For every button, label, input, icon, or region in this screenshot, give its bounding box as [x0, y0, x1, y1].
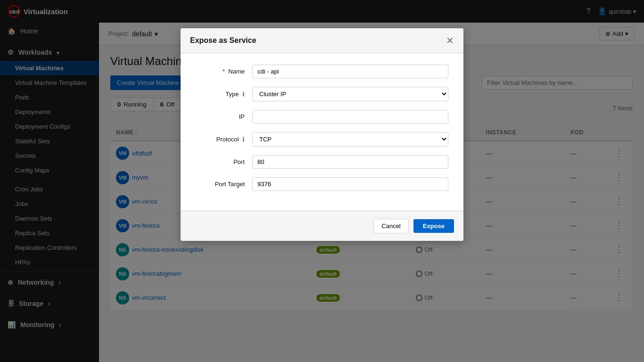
ip-input[interactable] — [252, 110, 448, 123]
form-group-type: Type ℹ Cluster IP NodePort LoadBalancer — [196, 87, 448, 101]
cancel-button[interactable]: Cancel — [373, 219, 408, 233]
expose-button[interactable]: Expose — [413, 219, 454, 233]
required-star: * — [223, 68, 225, 75]
modal-overlay: Expose as Service ✕ * Name Type ℹ Cluste… — [0, 0, 644, 362]
form-group-ip: IP — [196, 110, 448, 123]
modal-body: * Name Type ℹ Cluster IP NodePort LoadBa… — [181, 53, 463, 211]
port-input[interactable] — [252, 155, 448, 169]
form-group-protocol: Protocol ℹ TCP UDP SCTP — [196, 132, 448, 147]
protocol-select[interactable]: TCP UDP SCTP — [252, 132, 448, 147]
expose-service-modal: Expose as Service ✕ * Name Type ℹ Cluste… — [181, 28, 463, 241]
port-target-label: Port Target — [196, 181, 252, 188]
type-select[interactable]: Cluster IP NodePort LoadBalancer — [252, 87, 448, 101]
protocol-label: Protocol ℹ — [196, 136, 252, 143]
port-target-input[interactable] — [252, 177, 448, 191]
form-group-port: Port — [196, 155, 448, 169]
protocol-info-icon: ℹ — [242, 136, 245, 143]
type-label: Type ℹ — [196, 90, 252, 98]
modal-footer: Cancel Expose — [181, 211, 463, 241]
name-input[interactable] — [252, 65, 448, 78]
modal-close-button[interactable]: ✕ — [446, 36, 454, 45]
port-label: Port — [196, 158, 252, 165]
modal-header: Expose as Service ✕ — [181, 28, 463, 53]
modal-title: Expose as Service — [190, 36, 256, 45]
form-group-port-target: Port Target — [196, 177, 448, 191]
form-group-name: * Name — [196, 65, 448, 78]
name-label: * Name — [196, 68, 252, 75]
type-info-icon: ℹ — [242, 90, 245, 98]
ip-label: IP — [196, 113, 252, 120]
